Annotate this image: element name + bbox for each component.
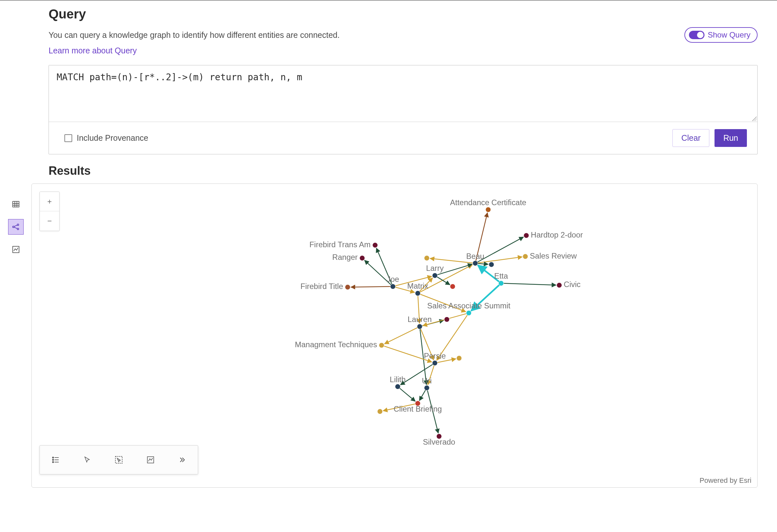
- graph-edge[interactable]: [384, 326, 420, 344]
- graph-node[interactable]: [373, 243, 378, 248]
- graph-edge[interactable]: [351, 286, 393, 287]
- graph-node[interactable]: [485, 207, 491, 212]
- show-query-toggle[interactable]: Show Query: [684, 27, 758, 43]
- graph-node-label: Civic: [564, 280, 580, 289]
- run-button[interactable]: Run: [714, 129, 747, 147]
- graph-node-label: Client Briefing: [394, 404, 442, 413]
- graph-node-label: Firebird Title: [301, 282, 343, 291]
- results-panel: + − Attendance CertificateHardtop 2-door…: [31, 183, 758, 488]
- query-editor[interactable]: [49, 65, 757, 120]
- svg-point-7: [17, 228, 19, 230]
- graph-node[interactable]: [379, 343, 384, 348]
- graph-edge[interactable]: [398, 387, 415, 401]
- graph-node[interactable]: [377, 409, 383, 414]
- graph-node[interactable]: [466, 310, 471, 315]
- clear-button[interactable]: Clear: [672, 129, 709, 147]
- map-view-button[interactable]: [8, 242, 24, 257]
- svg-rect-0: [13, 201, 19, 207]
- graph-node[interactable]: [360, 256, 365, 261]
- view-switcher: [8, 196, 24, 488]
- graph-node-label: Sales Associate Summit: [427, 301, 511, 310]
- graph-node-label: Etta: [494, 271, 508, 280]
- table-icon: [12, 200, 20, 209]
- svg-line-8: [14, 225, 17, 227]
- learn-more-link[interactable]: Learn more about Query: [48, 46, 137, 55]
- query-description: You can query a knowledge graph to ident…: [48, 30, 340, 40]
- map-chart-icon: [12, 245, 20, 254]
- graph-node-label: Hardtop 2-door: [531, 230, 583, 239]
- graph-node[interactable]: [444, 317, 449, 322]
- graph-node[interactable]: [523, 254, 528, 259]
- graph-node[interactable]: [432, 273, 437, 278]
- graph-node[interactable]: [345, 284, 350, 290]
- graph-node[interactable]: [498, 281, 504, 286]
- svg-point-15: [52, 461, 54, 463]
- query-title: Query: [48, 7, 758, 21]
- svg-point-5: [13, 226, 14, 228]
- graph-node-label: Ranger: [332, 253, 358, 261]
- legend-button[interactable]: [48, 452, 64, 468]
- toggle-track: [689, 31, 704, 39]
- graph-node[interactable]: [489, 262, 494, 267]
- graph-view-button[interactable]: [8, 219, 24, 235]
- graph-node-label: Silverado: [423, 437, 455, 446]
- svg-point-6: [17, 224, 19, 226]
- graph-node[interactable]: [424, 385, 429, 391]
- marquee-icon: [114, 455, 123, 464]
- zoom-controls: + −: [39, 191, 60, 231]
- graph-edge[interactable]: [501, 283, 556, 285]
- graph-node[interactable]: [473, 261, 478, 266]
- fit-extent-button[interactable]: [143, 452, 158, 468]
- graph-node-label: Managment Techniques: [295, 340, 377, 349]
- pointer-tool-button[interactable]: [79, 452, 95, 468]
- graph-node[interactable]: [450, 284, 455, 289]
- resize-grip[interactable]: [752, 117, 757, 121]
- knowledge-graph-canvas[interactable]: Attendance CertificateHardtop 2-doorFire…: [32, 184, 757, 487]
- svg-line-9: [14, 227, 17, 229]
- graph-node[interactable]: [391, 284, 396, 289]
- more-tools-button[interactable]: [174, 452, 190, 468]
- show-query-label: Show Query: [708, 30, 751, 39]
- graph-bottom-toolbar: [39, 445, 198, 475]
- graph-node[interactable]: [424, 256, 429, 261]
- rectangle-select-button[interactable]: [111, 452, 127, 468]
- graph-node-label: Lauren: [408, 315, 432, 323]
- zoom-out-button[interactable]: −: [40, 211, 59, 231]
- graph-node[interactable]: [557, 282, 562, 288]
- graph-node[interactable]: [524, 233, 529, 238]
- graph-node[interactable]: [432, 361, 437, 366]
- fit-chart-icon: [146, 455, 155, 464]
- graph-node[interactable]: [456, 356, 462, 361]
- svg-point-13: [52, 459, 54, 460]
- results-title: Results: [48, 164, 758, 178]
- graph-node[interactable]: [395, 384, 400, 389]
- graph-node-label: Lilith: [390, 375, 406, 384]
- svg-point-11: [52, 457, 54, 458]
- attribution: Powered by Esri: [700, 476, 752, 485]
- graph-node-label: Beau: [466, 252, 484, 261]
- include-provenance-checkbox[interactable]: Include Provenance: [65, 133, 148, 143]
- cursor-icon: [83, 456, 91, 464]
- list-icon: [51, 455, 60, 464]
- graph-icon: [12, 223, 20, 231]
- checkbox-icon: [65, 134, 72, 142]
- graph-node-label: Firebird Trans Am: [310, 240, 371, 249]
- table-view-button[interactable]: [8, 196, 24, 212]
- graph-node-label: Persie: [424, 352, 446, 360]
- graph-node-label: Sales Review: [530, 251, 577, 260]
- zoom-in-button[interactable]: +: [40, 192, 59, 211]
- graph-node[interactable]: [415, 291, 420, 296]
- chevron-right-double-icon: [178, 455, 186, 464]
- graph-node[interactable]: [417, 324, 422, 329]
- graph-node-label: Larry: [426, 264, 444, 272]
- query-box: Include Provenance Clear Run: [48, 65, 758, 154]
- graph-node-label: Uri: [422, 376, 432, 385]
- include-provenance-label: Include Provenance: [77, 133, 148, 143]
- graph-node-label: Matrix: [407, 281, 428, 290]
- graph-node-label: Attendance Certificate: [450, 198, 527, 207]
- graph-node-label: Joe: [386, 275, 399, 283]
